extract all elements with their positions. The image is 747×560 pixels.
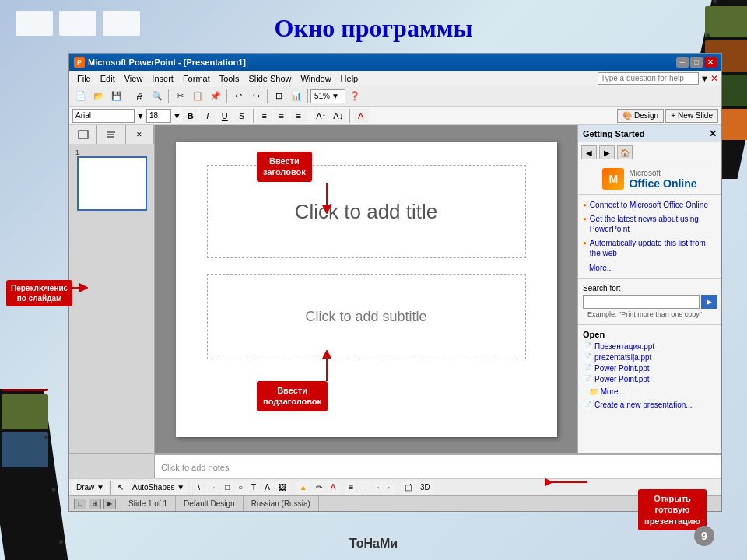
rp-back-btn[interactable]: ◀ [581, 145, 597, 159]
wordart-btn[interactable]: A [261, 481, 274, 495]
tab-slides[interactable] [69, 125, 97, 144]
rp-search-label: Search for: [583, 284, 717, 292]
rp-home-btn[interactable]: 🏠 [617, 145, 633, 159]
line-style-btn[interactable]: ≡ [345, 481, 357, 495]
help-btn[interactable]: ❓ [346, 89, 363, 104]
maximize-button[interactable]: □ [690, 57, 703, 68]
notes-area[interactable]: Click to add notes [155, 454, 721, 479]
rp-link-1-text: Connect to Microsoft Office Online [590, 200, 708, 210]
open-btn[interactable]: 📂 [90, 89, 107, 104]
font-name-dropdown[interactable]: ▼ [136, 111, 145, 121]
arrow-style-btn[interactable]: ←→ [372, 481, 395, 495]
zoom-selector[interactable]: 51% ▼ [310, 89, 345, 103]
rp-forward-btn[interactable]: ▶ [599, 145, 615, 159]
redo-btn[interactable]: ↪ [247, 89, 265, 104]
fill-color-btn[interactable]: ▲ [296, 481, 311, 495]
normal-view-btn[interactable]: □ [74, 499, 86, 509]
font-color-btn[interactable]: A [353, 109, 369, 123]
increase-font-btn[interactable]: A↑ [314, 109, 329, 123]
insert-chart-btn[interactable]: 📊 [288, 89, 305, 104]
cut-btn[interactable]: ✂ [171, 89, 188, 104]
slideshow-btn[interactable]: ▶ [103, 499, 116, 509]
align-right-btn[interactable]: ≡ [291, 109, 307, 123]
menu-help[interactable]: Help [336, 71, 363, 86]
rp-create-new[interactable]: 📄 Create a new presentation... [583, 401, 717, 409]
save-btn[interactable]: 💾 [108, 89, 125, 104]
align-left-btn[interactable]: ≡ [257, 109, 272, 123]
rp-search-button[interactable]: ▶ [701, 295, 717, 309]
rp-more-files[interactable]: 📁 More... [583, 386, 717, 397]
slide-thumbnail-1[interactable] [77, 156, 147, 211]
line-btn[interactable]: \ [194, 481, 204, 495]
font-size-input[interactable] [146, 109, 171, 123]
new-slide-button[interactable]: + New Slide [665, 109, 718, 123]
tab-close[interactable]: ✕ [126, 125, 154, 144]
menu-slideshow[interactable]: Slide Show [244, 71, 296, 86]
help-search-btn[interactable]: ▼ [700, 74, 709, 83]
italic-btn[interactable]: I [200, 109, 216, 123]
rp-file-2[interactable]: 📄 prezentatsija.ppt [583, 353, 717, 362]
preview-btn[interactable]: 🔍 [149, 89, 166, 104]
font-color-draw-btn[interactable]: A [327, 481, 340, 495]
draw-sep-3 [293, 481, 293, 495]
3d-style-btn[interactable]: 3D [416, 481, 434, 495]
arrow-btn[interactable]: → [205, 481, 220, 495]
menu-window[interactable]: Window [296, 71, 335, 86]
rp-file-3[interactable]: 📄 Power Point.ppt [583, 364, 717, 373]
notes-placeholder: Click to add notes [161, 463, 229, 472]
textbox-btn[interactable]: T [247, 481, 260, 495]
menu-view[interactable]: View [120, 71, 148, 86]
dash-style-btn[interactable]: -- [358, 481, 371, 495]
close-button[interactable]: ✕ [704, 57, 717, 68]
help-close-btn[interactable]: ✕ [710, 73, 718, 84]
menu-format[interactable]: Format [178, 71, 215, 86]
design-button[interactable]: 🎨 Design [617, 109, 664, 123]
tab-outline[interactable] [97, 125, 125, 144]
line-color-btn[interactable]: ✏ [312, 481, 326, 495]
print-btn[interactable]: 🖨 [131, 89, 148, 104]
rect-btn[interactable]: □ [221, 481, 233, 495]
rp-link-1[interactable]: ● Connect to Microsoft Office Online [583, 200, 717, 210]
underline-btn[interactable]: U [217, 109, 233, 123]
slide-title-text: Click to add title [295, 200, 438, 224]
zoom-dropdown-icon[interactable]: ▼ [331, 92, 339, 100]
rp-filename-2: prezentatsija.ppt [594, 353, 651, 362]
bold-btn[interactable]: B [183, 109, 198, 123]
office-online-label: Office Online [629, 177, 696, 190]
oval-btn[interactable]: ○ [234, 481, 247, 495]
autoshapes-btn[interactable]: AutoShapes ▼ [128, 481, 188, 495]
rp-file-4[interactable]: 📄 Power Point.ppt [583, 375, 717, 383]
font-name-input[interactable] [72, 109, 135, 123]
menu-edit[interactable]: Edit [96, 71, 120, 86]
clipart-btn[interactable]: 🖼 [275, 481, 290, 495]
shadow-style-btn[interactable]: □̈ [401, 481, 416, 495]
shadow-btn[interactable]: S [234, 109, 250, 123]
copy-btn[interactable]: 📋 [189, 89, 206, 104]
rp-link-2[interactable]: ● Get the latest news about using PowerP… [583, 214, 717, 234]
align-center-btn[interactable]: ≡ [274, 109, 289, 123]
decrease-font-btn[interactable]: A↓ [331, 109, 346, 123]
menu-tools[interactable]: Tools [215, 71, 244, 86]
slide-panel: ✕ 1 [69, 125, 155, 453]
rp-more-link[interactable]: More... [583, 262, 717, 274]
rp-search-input[interactable] [583, 295, 700, 309]
slide-subtitle-placeholder[interactable]: Click to add subtitle [207, 274, 526, 359]
right-panel-close[interactable]: ✕ [709, 128, 717, 139]
select-btn[interactable]: ↖ [114, 481, 128, 495]
new-btn[interactable]: 📄 [72, 89, 89, 104]
minimize-button[interactable]: ─ [676, 57, 689, 68]
insert-table-btn[interactable]: ⊞ [270, 89, 287, 104]
rp-link-3[interactable]: ● Automatically update this list from th… [583, 238, 717, 258]
undo-btn[interactable]: ↩ [230, 89, 247, 104]
slide-title-placeholder[interactable]: Click to add title [207, 165, 526, 258]
font-size-dropdown[interactable]: ▼ [173, 111, 181, 121]
slide-sorter-btn[interactable]: ⊞ [89, 499, 101, 509]
menu-insert[interactable]: Insert [147, 71, 178, 86]
help-search-input[interactable] [598, 72, 699, 85]
rp-file-1[interactable]: 📄 Презентация.ppt [583, 342, 717, 351]
toolbar-sep-2 [168, 89, 169, 103]
menu-file[interactable]: File [72, 71, 96, 86]
rp-search-section: Search for: ▶ Example: "Print more than … [578, 279, 721, 325]
paste-btn[interactable]: 📌 [207, 89, 224, 104]
draw-btn[interactable]: Draw ▼ [72, 481, 108, 495]
